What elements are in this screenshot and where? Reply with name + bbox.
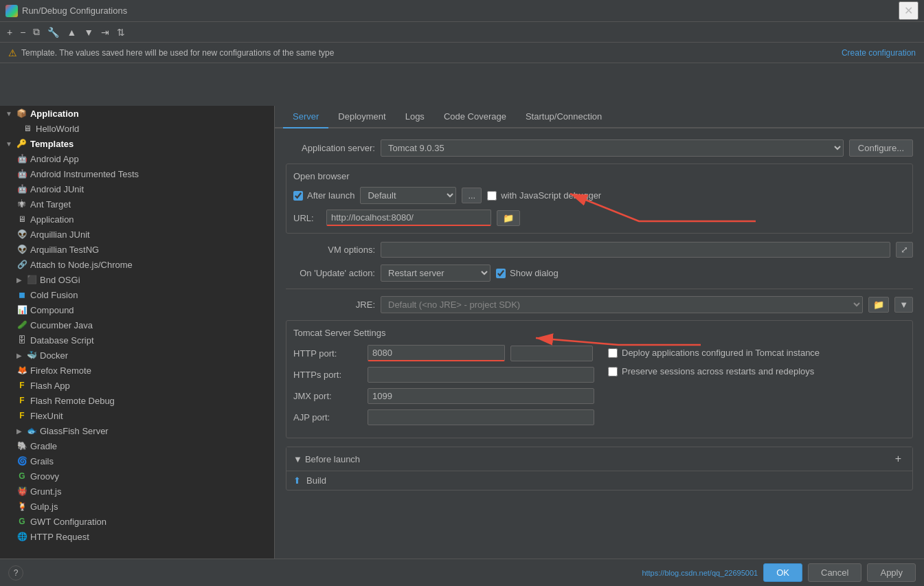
sidebar-item-flexunit[interactable]: F FlexUnit bbox=[0, 408, 274, 423]
sidebar-item-android-junit[interactable]: 🤖 Android JUnit bbox=[0, 181, 274, 196]
ajp-port-row: AJP port: bbox=[293, 409, 594, 425]
warning-bar: ⚠ Template. The values saved here will b… bbox=[0, 43, 924, 63]
url-folder-button[interactable]: 📁 bbox=[497, 210, 520, 226]
status-url: https://blog.csdn.net/qq_22695001 bbox=[642, 569, 758, 577]
add-config-button[interactable]: + bbox=[4, 25, 15, 39]
before-launch-add-button[interactable]: + bbox=[891, 451, 905, 466]
sidebar-item-firefox-remote[interactable]: 🦊 Firefox Remote bbox=[0, 363, 274, 378]
show-dialog-checkbox[interactable] bbox=[496, 269, 506, 278]
warning-icon: ⚠ bbox=[8, 47, 17, 58]
sidebar-item-arquillian-testng[interactable]: 👽 Arquillian TestNG bbox=[0, 242, 274, 257]
browser-select[interactable]: Default bbox=[360, 187, 456, 204]
more-button[interactable]: ... bbox=[462, 188, 482, 203]
js-debugger-checkbox-wrapper: with JavaScript debugger bbox=[487, 190, 601, 201]
tab-deployment[interactable]: Deployment bbox=[328, 106, 395, 128]
bottom-right-buttons: https://blog.csdn.net/qq_22695001 OK Can… bbox=[642, 563, 916, 582]
remove-config-button[interactable]: − bbox=[17, 25, 28, 39]
https-port-input[interactable] bbox=[368, 367, 594, 383]
ajp-port-input[interactable] bbox=[368, 409, 594, 425]
configure-button[interactable]: Configure... bbox=[849, 139, 913, 157]
copy-config-button[interactable]: ⧉ bbox=[30, 25, 43, 39]
sidebar-item-cold-fusion[interactable]: ◼ Cold Fusion bbox=[0, 287, 274, 302]
sidebar-item-gulp-js[interactable]: 🍹 Gulp.js bbox=[0, 499, 274, 514]
jre-folder-button[interactable]: 📁 bbox=[868, 297, 889, 313]
tab-server[interactable]: Server bbox=[283, 106, 328, 128]
sidebar-item-application-root[interactable]: ▼ 📦 Application bbox=[0, 106, 274, 121]
sidebar-item-gradle[interactable]: 🐘 Gradle bbox=[0, 438, 274, 453]
vm-options-expand-button[interactable]: ⤢ bbox=[896, 242, 913, 258]
sidebar-item-label-groovy: Groovy bbox=[30, 471, 59, 482]
sidebar-item-glassfish-server[interactable]: ▶ 🐟 GlassFish Server bbox=[0, 423, 274, 438]
jre-select[interactable]: Default (<no JRE> - project SDK) bbox=[381, 296, 863, 313]
close-button[interactable]: ✕ bbox=[899, 1, 919, 20]
sidebar-item-grunt-js[interactable]: 👹 Grunt.js bbox=[0, 484, 274, 499]
flash-remote-debug-icon: F bbox=[16, 395, 27, 406]
sidebar-item-application[interactable]: 🖥 Application bbox=[0, 212, 274, 227]
app-server-select[interactable]: Tomcat 9.0.35 bbox=[381, 139, 844, 157]
show-dialog-checkbox-wrapper: Show dialog bbox=[496, 268, 559, 278]
create-configuration-link[interactable]: Create configuration bbox=[842, 48, 916, 58]
sidebar-item-database-script[interactable]: 🗄 Database Script bbox=[0, 333, 274, 348]
checks-column: Deploy applications configured in Tomcat… bbox=[608, 345, 820, 431]
group-button[interactable]: ⇅ bbox=[114, 25, 128, 39]
vm-options-input[interactable] bbox=[381, 242, 890, 258]
sidebar-item-gwt-config[interactable]: G GWT Configuration bbox=[0, 514, 274, 529]
sidebar-item-label-cold-fusion: Cold Fusion bbox=[30, 290, 78, 300]
url-input[interactable] bbox=[326, 210, 491, 226]
http-port-input[interactable] bbox=[368, 345, 505, 361]
https-port-row: HTTPs port: bbox=[293, 367, 594, 383]
sidebar-item-templates[interactable]: ▼ 🔑 Templates bbox=[0, 136, 274, 151]
help-button[interactable]: ? bbox=[8, 565, 23, 581]
move-down-button[interactable]: ▼ bbox=[81, 25, 96, 39]
sidebar-item-flash-app[interactable]: F Flash App bbox=[0, 378, 274, 393]
sidebar-item-arquillian-junit[interactable]: 👽 Arquillian JUnit bbox=[0, 227, 274, 242]
js-debugger-checkbox[interactable] bbox=[487, 191, 497, 201]
after-launch-checkbox[interactable] bbox=[293, 191, 303, 201]
preserve-sessions-checkbox-wrapper: Preserve sessions across restarts and re… bbox=[608, 366, 820, 376]
move-up-button[interactable]: ▲ bbox=[64, 25, 79, 39]
android-app-icon: 🤖 bbox=[16, 153, 27, 164]
sidebar-item-helloworld[interactable]: 🖥 HelloWorld bbox=[0, 121, 274, 136]
sort-button[interactable]: ⇥ bbox=[98, 25, 112, 39]
sidebar-item-ant-target[interactable]: 🕷 Ant Target bbox=[0, 196, 274, 212]
ajp-port-label: AJP port: bbox=[293, 412, 362, 422]
ok-button[interactable]: OK bbox=[763, 563, 802, 582]
after-launch-label: After launch bbox=[307, 190, 354, 201]
sidebar-item-cucumber-java[interactable]: 🥒 Cucumber Java bbox=[0, 317, 274, 333]
before-launch-header[interactable]: ▼ Before launch + bbox=[286, 447, 912, 471]
apply-button[interactable]: Apply bbox=[867, 563, 916, 582]
ant-target-icon: 🕷 bbox=[16, 199, 27, 210]
application-root-icon: 📦 bbox=[16, 108, 27, 119]
http-port-row: HTTP port: bbox=[293, 345, 594, 361]
sidebar-item-http-request[interactable]: 🌐 HTTP Request bbox=[0, 529, 274, 544]
before-launch-title: Before launch bbox=[305, 454, 360, 464]
sidebar-item-android-app[interactable]: 🤖 Android App bbox=[0, 151, 274, 166]
sidebar-item-compound[interactable]: 📊 Compound bbox=[0, 302, 274, 317]
on-update-select[interactable]: Restart server bbox=[381, 264, 491, 282]
jmx-port-input[interactable] bbox=[368, 388, 594, 404]
bottom-bar: ? https://blog.csdn.net/qq_22695001 OK C… bbox=[0, 559, 924, 586]
sidebar-item-label-flash-remote-debug: Flash Remote Debug bbox=[30, 396, 115, 406]
app-server-label: Application server: bbox=[286, 143, 375, 153]
sidebar-item-groovy[interactable]: G Groovy bbox=[0, 469, 274, 484]
tab-startup-connection[interactable]: Startup/Connection bbox=[516, 106, 611, 128]
tomcat-settings-section: Tomcat Server Settings HTTP port: HTTPs … bbox=[286, 320, 913, 438]
app-icon bbox=[5, 5, 18, 17]
settings-button[interactable]: 🔧 bbox=[45, 25, 62, 39]
sidebar-item-attach-nodejs[interactable]: 🔗 Attach to Node.js/Chrome bbox=[0, 257, 274, 272]
http-port-extra-input[interactable] bbox=[510, 346, 593, 361]
sidebar-item-label-bnd-osgi: Bnd OSGi bbox=[40, 275, 80, 285]
app-server-row: Application server: Tomcat 9.0.35 Config… bbox=[286, 139, 913, 157]
sidebar-item-docker[interactable]: ▶ 🐳 Docker bbox=[0, 348, 274, 363]
deploy-apps-checkbox[interactable] bbox=[608, 348, 618, 358]
sidebar-item-flash-remote-debug[interactable]: F Flash Remote Debug bbox=[0, 393, 274, 408]
cancel-button[interactable]: Cancel bbox=[808, 563, 861, 582]
jre-dropdown-button[interactable]: ▼ bbox=[894, 297, 913, 313]
sidebar-item-android-instrumented[interactable]: 🤖 Android Instrumented Tests bbox=[0, 166, 274, 181]
sidebar-item-grails[interactable]: 🌀 Grails bbox=[0, 453, 274, 469]
preserve-sessions-checkbox[interactable] bbox=[608, 367, 618, 376]
tab-logs[interactable]: Logs bbox=[396, 106, 434, 128]
tab-code-coverage[interactable]: Code Coverage bbox=[434, 106, 516, 128]
sidebar-item-bnd-osgi[interactable]: ▶ ⬛ Bnd OSGi bbox=[0, 272, 274, 287]
open-browser-section: Open browser After launch Default ... wi… bbox=[286, 164, 913, 234]
